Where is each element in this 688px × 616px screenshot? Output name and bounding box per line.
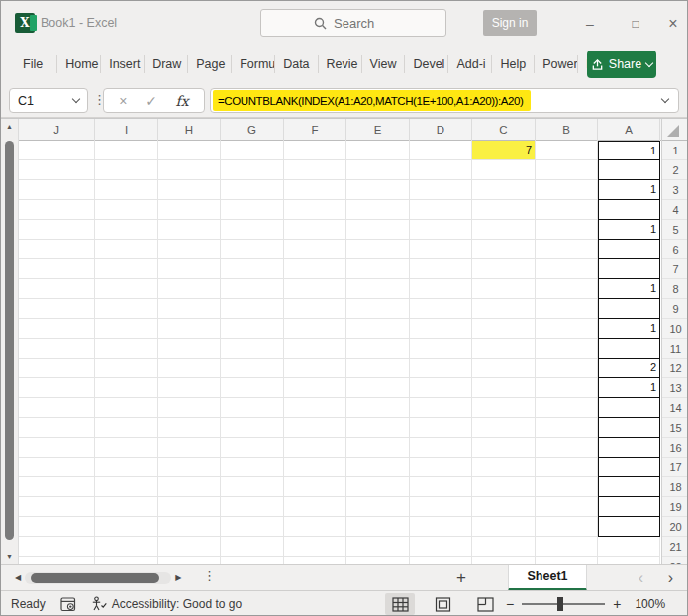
row-header-16[interactable]: 16 [662, 438, 688, 458]
cell-F2[interactable] [284, 160, 346, 180]
cell-E16[interactable] [346, 438, 410, 458]
cell-H14[interactable] [158, 398, 221, 418]
cell-E3[interactable] [346, 180, 410, 200]
cell-G14[interactable] [221, 398, 284, 418]
cell-H11[interactable] [158, 339, 221, 359]
ribbon-tab-formu[interactable]: Formu [232, 55, 275, 73]
cell-A8[interactable]: 1 [598, 279, 660, 299]
ribbon-tab-draw[interactable]: Draw [145, 55, 188, 73]
cell-I19[interactable] [95, 497, 158, 517]
cell-A14[interactable] [598, 398, 660, 418]
cell-G8[interactable] [221, 279, 284, 299]
zoom-out-button[interactable]: − [506, 596, 514, 612]
cell-E15[interactable] [346, 418, 410, 438]
cell-I5[interactable] [95, 220, 158, 240]
cell-A4[interactable] [598, 200, 660, 220]
formula-input[interactable]: =COUNTBLANK(INDEX(A1:A20,MATCH(1E+100,A1… [210, 88, 679, 113]
ribbon-tab-home[interactable]: Home [57, 55, 101, 73]
row-header-7[interactable]: 7 [662, 259, 688, 279]
cell-F5[interactable] [284, 220, 346, 240]
cell-G10[interactable] [221, 319, 284, 339]
sign-in-button[interactable]: Sign in [483, 10, 537, 36]
cell-H16[interactable] [158, 438, 221, 458]
vertical-scrollbar-thumb[interactable] [5, 141, 14, 540]
cell-D16[interactable] [410, 438, 472, 458]
cell-E7[interactable] [346, 259, 410, 279]
cell-D1[interactable] [410, 141, 472, 160]
search-box[interactable] [260, 9, 446, 37]
cell-D3[interactable] [410, 180, 472, 200]
row-header-19[interactable]: 19 [662, 497, 688, 517]
cell-B19[interactable] [536, 497, 598, 517]
zoom-slider[interactable] [522, 603, 605, 605]
scroll-up-icon[interactable]: ▲ [1, 123, 18, 130]
cell-A21[interactable] [598, 537, 660, 557]
ribbon-tab-insert[interactable]: Insert [101, 55, 145, 73]
cell-G17[interactable] [221, 458, 284, 477]
cell-E18[interactable] [346, 477, 410, 497]
enter-icon[interactable]: ✓ [146, 93, 157, 109]
cell-B10[interactable] [536, 319, 598, 339]
add-sheet-button[interactable]: + [448, 565, 474, 591]
accessibility-status[interactable]: Accessibility: Good to go [91, 596, 242, 612]
col-header-F[interactable]: F [284, 119, 346, 141]
row-header-22[interactable]: 22 [662, 557, 688, 564]
cell-B4[interactable] [536, 200, 598, 220]
cell-H2[interactable] [158, 160, 221, 180]
cell-H10[interactable] [158, 319, 221, 339]
cell-J19[interactable] [19, 497, 95, 517]
cell-D11[interactable] [410, 339, 472, 359]
cell-G22[interactable] [221, 557, 284, 564]
cell-J12[interactable] [19, 359, 95, 378]
row-header-12[interactable]: 12 [662, 359, 688, 378]
col-header-J[interactable]: J [19, 119, 95, 141]
cell-I16[interactable] [95, 438, 158, 458]
cell-D7[interactable] [410, 259, 472, 279]
macro-record-button[interactable] [60, 597, 76, 612]
cell-H4[interactable] [158, 200, 221, 220]
cell-F9[interactable] [284, 299, 346, 319]
cell-F8[interactable] [284, 279, 346, 299]
cell-A22[interactable] [598, 557, 660, 564]
cell-A3[interactable]: 1 [598, 180, 660, 200]
cell-C19[interactable] [472, 497, 536, 517]
cell-A16[interactable] [598, 438, 660, 458]
name-box[interactable]: C1 [9, 88, 88, 113]
vertical-scrollbar[interactable]: ▲ ▼ [1, 119, 19, 564]
cell-E8[interactable] [346, 279, 410, 299]
cell-E2[interactable] [346, 160, 410, 180]
cell-E4[interactable] [346, 200, 410, 220]
cell-D8[interactable] [410, 279, 472, 299]
cell-G18[interactable] [221, 477, 284, 497]
cell-G13[interactable] [221, 378, 284, 398]
cell-B20[interactable] [536, 517, 598, 537]
cell-H5[interactable] [158, 220, 221, 240]
search-input[interactable] [334, 16, 393, 31]
cell-I14[interactable] [95, 398, 158, 418]
cell-E1[interactable] [346, 141, 410, 160]
cell-I12[interactable] [95, 359, 158, 378]
cancel-icon[interactable]: × [119, 93, 127, 109]
cell-I4[interactable] [95, 200, 158, 220]
col-header-B[interactable]: B [536, 119, 598, 141]
cell-H22[interactable] [158, 557, 221, 564]
cell-J14[interactable] [19, 398, 95, 418]
col-header-I[interactable]: I [95, 119, 158, 141]
cell-D18[interactable] [410, 477, 472, 497]
scroll-left-icon[interactable]: ◀ [15, 573, 21, 582]
ribbon-tab-file[interactable]: File [15, 55, 57, 73]
col-header-H[interactable]: H [158, 119, 221, 141]
cell-G15[interactable] [221, 418, 284, 438]
insert-function-icon[interactable]: fx [176, 93, 189, 109]
row-header-3[interactable]: 3 [662, 180, 688, 200]
horizontal-scrollbar-thumb[interactable] [31, 573, 159, 583]
cell-C4[interactable] [472, 200, 536, 220]
cell-A13[interactable]: 1 [598, 378, 660, 398]
ribbon-tab-page[interactable]: Page [188, 55, 232, 73]
page-layout-view-button[interactable] [428, 593, 457, 615]
cell-E14[interactable] [346, 398, 410, 418]
page-break-preview-button[interactable] [470, 593, 500, 615]
cell-H13[interactable] [158, 378, 221, 398]
cell-B5[interactable] [536, 220, 598, 240]
cell-D6[interactable] [410, 240, 472, 259]
